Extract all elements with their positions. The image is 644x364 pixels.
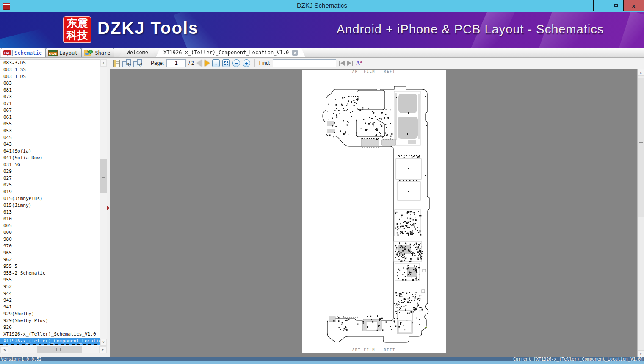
list-item[interactable]: 941 bbox=[0, 304, 100, 311]
list-item[interactable]: 962 bbox=[0, 256, 100, 263]
list-item[interactable]: 067 bbox=[0, 107, 100, 114]
list-item[interactable]: 043 bbox=[0, 141, 100, 148]
list-item[interactable]: 010 bbox=[0, 216, 100, 222]
sidebar-vertical-scrollbar[interactable]: ∧ ∨ bbox=[100, 59, 107, 346]
scroll-down-icon[interactable]: ∨ bbox=[100, 339, 107, 345]
close-button[interactable]: x bbox=[624, 0, 644, 11]
maximize-icon bbox=[614, 4, 618, 7]
sidebar-vscroll-thumb[interactable] bbox=[100, 159, 107, 193]
list-item[interactable]: 019 bbox=[0, 189, 100, 195]
rotate-counterclockwise-button[interactable]: ↺ bbox=[133, 59, 142, 67]
list-item[interactable]: 965 bbox=[0, 250, 100, 256]
list-item[interactable]: 000 bbox=[0, 229, 100, 236]
next-page-icon bbox=[205, 60, 210, 67]
pdf-view-area[interactable]: ART FILM - REFT ART FILM - REFT ∧ ∨ bbox=[110, 69, 644, 357]
list-item[interactable]: 083 bbox=[0, 80, 100, 87]
scroll-right-icon[interactable]: > bbox=[99, 346, 107, 353]
list-item[interactable]: 061 bbox=[0, 114, 100, 121]
find-previous-icon bbox=[340, 61, 345, 66]
scroll-up-icon[interactable]: ∧ bbox=[100, 60, 107, 67]
list-item[interactable]: 955 bbox=[0, 277, 100, 283]
find-input[interactable] bbox=[273, 59, 336, 67]
list-item[interactable]: 041(Sofia) bbox=[0, 148, 100, 155]
doc-tab-component-location[interactable]: XT1926-x_(Teller)_Component_Location_V1.… bbox=[156, 48, 305, 57]
list-item[interactable]: 081 bbox=[0, 87, 100, 94]
list-item[interactable]: 027 bbox=[0, 175, 100, 182]
tab-layout[interactable]: PADS Layout bbox=[46, 48, 81, 57]
list-item[interactable]: 041(Sofia Row) bbox=[0, 155, 100, 161]
list-item[interactable]: 083-3-DS bbox=[0, 60, 100, 67]
current-document-text: Current [XT1926-x_(Teller)_Component_Loc… bbox=[513, 357, 643, 361]
list-item[interactable]: XT1926-x_(Teller)_Component_Location_V bbox=[0, 338, 100, 345]
maximize-button[interactable] bbox=[608, 0, 624, 11]
pdf-page: ART FILM - REFT ART FILM - REFT bbox=[302, 70, 446, 353]
fit-width-button[interactable]: ↔ bbox=[212, 59, 220, 67]
minimize-button[interactable]: – bbox=[593, 0, 608, 11]
rotate-clockwise-button[interactable]: ↻ bbox=[122, 59, 131, 67]
list-item[interactable]: 944 bbox=[0, 290, 100, 297]
find-previous-button[interactable] bbox=[339, 61, 345, 66]
list-item[interactable]: 005 bbox=[0, 222, 100, 229]
list-item[interactable]: 942 bbox=[0, 297, 100, 304]
list-item[interactable]: 029 bbox=[0, 168, 100, 175]
titlebar: DZKJ Schematics – x bbox=[0, 0, 644, 12]
doc-tab-component-location-label: XT1926-x_(Teller)_Component_Location_V1.… bbox=[163, 50, 289, 56]
app-window: DZKJ Schematics – x 东震 科技 DZKJ Tools And… bbox=[0, 0, 644, 364]
doc-tab-welcome-label: Welcome bbox=[127, 50, 149, 56]
list-item[interactable]: 952 bbox=[0, 283, 100, 290]
page-footer-text: ART FILM - REFT bbox=[302, 348, 446, 352]
list-item[interactable]: 083-1-SS bbox=[0, 67, 100, 73]
scroll-down-icon[interactable]: ∨ bbox=[638, 350, 644, 357]
pdf-toolbar: ↻ ↺ Page: / 2 ↔ − + Find: bbox=[110, 58, 644, 69]
list-item[interactable]: 031 5G bbox=[0, 161, 100, 168]
match-case-button[interactable]: Aa bbox=[356, 59, 362, 67]
zoom-in-button[interactable]: + bbox=[243, 59, 250, 67]
page-total: / 2 bbox=[188, 60, 194, 66]
list-item[interactable]: 015(JimnyPlus) bbox=[0, 195, 100, 202]
list-item[interactable]: 926 bbox=[0, 324, 100, 331]
list-item[interactable]: 071 bbox=[0, 100, 100, 107]
scroll-left-icon[interactable]: < bbox=[0, 346, 8, 353]
panel-collapse-arrow-icon[interactable] bbox=[107, 206, 110, 210]
list-item[interactable]: 083-1-DS bbox=[0, 73, 100, 80]
list-item[interactable]: 055 bbox=[0, 121, 100, 128]
doc-tab-close-icon[interactable]: x bbox=[292, 50, 298, 56]
toolbar-separator bbox=[254, 59, 255, 67]
pads-icon: PADS bbox=[48, 50, 58, 56]
sidebar-horizontal-scrollbar[interactable]: < > bbox=[0, 346, 107, 353]
fit-page-button[interactable] bbox=[222, 59, 230, 67]
document-vertical-scrollbar[interactable]: ∧ ∨ bbox=[637, 69, 644, 357]
previous-page-button[interactable] bbox=[197, 60, 202, 67]
schematic-list: 083-3-DS083-1-SS083-1-DS0830810730710670… bbox=[0, 59, 100, 346]
list-item[interactable]: 015(Jimny) bbox=[0, 202, 100, 209]
doc-tab-welcome[interactable]: Welcome bbox=[119, 48, 156, 57]
tab-share[interactable]: + Share bbox=[81, 48, 114, 57]
zoom-out-button[interactable]: − bbox=[232, 59, 240, 67]
list-item[interactable]: 073 bbox=[0, 94, 100, 100]
toolbar-separator bbox=[146, 59, 146, 67]
list-item[interactable]: 970 bbox=[0, 243, 100, 250]
list-item[interactable]: 955-2 Schematic bbox=[0, 270, 100, 277]
list-item[interactable]: 929(Shelby) bbox=[0, 311, 100, 317]
list-item[interactable]: 045 bbox=[0, 134, 100, 141]
page-number-input[interactable] bbox=[166, 59, 186, 67]
banner: 东震 科技 DZKJ Tools Android + iPhone & PCB … bbox=[0, 12, 644, 48]
next-page-button[interactable] bbox=[205, 60, 210, 67]
document-vscroll-thumb[interactable] bbox=[638, 78, 644, 217]
logo-text-line2: 科技 bbox=[64, 29, 91, 42]
sidebar-hscroll-thumb[interactable] bbox=[37, 346, 82, 353]
banner-decoration bbox=[0, 24, 65, 48]
find-next-button[interactable] bbox=[347, 61, 353, 66]
tab-schematic-label: Schematic bbox=[14, 50, 42, 56]
list-item[interactable]: 955-5 bbox=[0, 263, 100, 270]
thumb-grip-icon bbox=[56, 348, 61, 351]
tab-schematic[interactable]: PDF Schematic bbox=[1, 48, 46, 57]
list-item[interactable]: 053 bbox=[0, 128, 100, 134]
list-item[interactable]: 980 bbox=[0, 236, 100, 243]
list-item[interactable]: 013 bbox=[0, 209, 100, 216]
scroll-up-icon[interactable]: ∧ bbox=[638, 69, 644, 76]
list-item[interactable]: 025 bbox=[0, 182, 100, 189]
list-item[interactable]: 929(Shelby Plus) bbox=[0, 317, 100, 324]
page-view-button[interactable] bbox=[113, 60, 120, 67]
list-item[interactable]: XT1926-x_(Teller)_Schematics_V1.0 bbox=[0, 331, 100, 338]
